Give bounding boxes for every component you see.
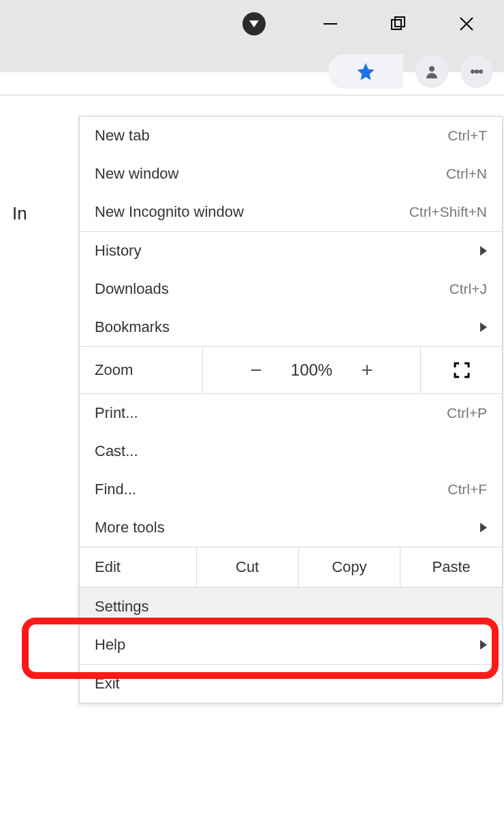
menu-label: Bookmarks bbox=[95, 318, 480, 336]
menu-shortcut: Ctrl+N bbox=[446, 166, 487, 182]
svg-marker-10 bbox=[480, 640, 487, 650]
menu-label: New tab bbox=[95, 127, 447, 145]
menu-item-history[interactable]: History bbox=[80, 232, 502, 270]
zoom-in-button[interactable]: + bbox=[356, 359, 379, 382]
menu-shortcut: Ctrl+J bbox=[450, 281, 487, 297]
menu-label: Print... bbox=[95, 404, 447, 422]
svg-point-6 bbox=[429, 66, 435, 72]
profile-button[interactable] bbox=[415, 55, 448, 88]
svg-marker-0 bbox=[249, 20, 259, 27]
menu-label: History bbox=[95, 242, 480, 260]
zoom-out-button[interactable]: − bbox=[245, 359, 268, 382]
tab-dropdown-icon[interactable] bbox=[242, 12, 266, 35]
menu-zoom-row: Zoom − 100% + bbox=[80, 346, 502, 394]
page-hint-text: In bbox=[12, 203, 27, 224]
fullscreen-button[interactable] bbox=[420, 347, 502, 393]
menu-item-settings[interactable]: Settings bbox=[80, 588, 502, 626]
close-window-button[interactable] bbox=[456, 14, 477, 34]
svg-marker-7 bbox=[480, 246, 487, 256]
bookmark-star-button[interactable] bbox=[328, 55, 403, 89]
submenu-arrow-icon bbox=[480, 318, 487, 336]
window-titlebar bbox=[0, 0, 504, 48]
menu-label: Downloads bbox=[95, 280, 450, 298]
menu-item-find[interactable]: Find... Ctrl+F bbox=[80, 470, 502, 509]
menu-item-more-tools[interactable]: More tools bbox=[80, 509, 502, 547]
menu-item-new-tab[interactable]: New tab Ctrl+T bbox=[80, 117, 502, 155]
svg-marker-9 bbox=[480, 523, 487, 532]
maximize-button[interactable] bbox=[388, 14, 409, 34]
svg-rect-2 bbox=[392, 20, 401, 29]
edit-paste-button[interactable]: Paste bbox=[400, 547, 502, 587]
menu-shortcut: Ctrl+P bbox=[447, 405, 487, 421]
zoom-label: Zoom bbox=[80, 361, 202, 379]
zoom-controls: − 100% + bbox=[202, 347, 420, 393]
submenu-arrow-icon bbox=[480, 242, 487, 260]
edit-copy-button[interactable]: Copy bbox=[298, 547, 400, 587]
menu-edit-row: Edit Cut Copy Paste bbox=[80, 547, 502, 588]
menu-item-cast[interactable]: Cast... bbox=[80, 432, 502, 470]
menu-item-print[interactable]: Print... Ctrl+P bbox=[80, 394, 502, 432]
menu-button[interactable] bbox=[460, 55, 493, 88]
submenu-arrow-icon bbox=[480, 519, 487, 536]
menu-label: More tools bbox=[95, 519, 480, 536]
menu-item-help[interactable]: Help bbox=[80, 626, 502, 664]
menu-shortcut: Ctrl+F bbox=[447, 481, 487, 498]
menu-label: Cast... bbox=[95, 442, 487, 460]
edit-label: Edit bbox=[80, 547, 196, 587]
svg-marker-8 bbox=[480, 322, 487, 332]
zoom-level: 100% bbox=[291, 361, 332, 380]
menu-item-new-incognito[interactable]: New Incognito window Ctrl+Shift+N bbox=[80, 193, 502, 231]
menu-item-new-window[interactable]: New window Ctrl+N bbox=[80, 155, 502, 193]
menu-label: New window bbox=[95, 165, 446, 183]
menu-item-exit[interactable]: Exit bbox=[80, 665, 502, 703]
chrome-main-menu: New tab Ctrl+T New window Ctrl+N New Inc… bbox=[79, 116, 503, 703]
menu-label: Settings bbox=[95, 598, 487, 616]
submenu-arrow-icon bbox=[480, 636, 487, 654]
menu-label: New Incognito window bbox=[95, 203, 409, 221]
svg-rect-3 bbox=[395, 17, 405, 27]
menu-label: Exit bbox=[95, 675, 487, 693]
menu-label: Find... bbox=[95, 481, 447, 498]
browser-toolbar bbox=[0, 48, 504, 95]
menu-item-bookmarks[interactable]: Bookmarks bbox=[80, 308, 502, 346]
minimize-button[interactable] bbox=[320, 14, 341, 34]
menu-shortcut: Ctrl+T bbox=[447, 127, 487, 144]
edit-cut-button[interactable]: Cut bbox=[196, 547, 298, 587]
menu-item-downloads[interactable]: Downloads Ctrl+J bbox=[80, 270, 502, 308]
menu-label: Help bbox=[95, 636, 480, 654]
menu-shortcut: Ctrl+Shift+N bbox=[409, 204, 487, 220]
